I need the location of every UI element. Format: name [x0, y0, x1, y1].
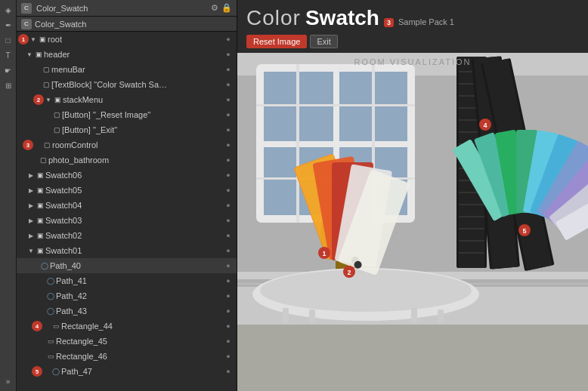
panel-lock-icon[interactable]: 🔒 [221, 3, 232, 13]
icon-stackmenu: ▣ [52, 94, 63, 105]
label-rect46: Rectangle_46 [56, 352, 223, 361]
app-header: Color Swatch 3 Sample Pack 1 [237, 0, 588, 33]
eye-swatch01[interactable]: ● [223, 245, 234, 256]
arrow-swatch05: ▶ [27, 186, 35, 194]
toolbar-shape-icon[interactable]: □ [2, 33, 15, 47]
eye-path42[interactable]: ● [223, 291, 234, 301]
svg-rect-10 [296, 64, 299, 223]
tree-item-swatch01[interactable]: ▼ ▣ Swatch01 ● [17, 243, 237, 258]
reset-image-button[interactable]: Reset Image [246, 35, 307, 48]
tree-item-btn-reset[interactable]: ▢ [Button] "_Reset Image" ● [17, 107, 237, 122]
tree-item-menubar[interactable]: ▢ menuBar ● [17, 62, 237, 77]
badge-4: 4 [32, 321, 42, 331]
tree-item-stackmenu[interactable]: 2 ▼ ▣ stackMenu ● [17, 92, 237, 107]
tree-item-photo[interactable]: ▢ photo_bathroom ● [17, 152, 237, 168]
svg-point-42 [260, 269, 472, 312]
eye-swatch03[interactable]: ● [223, 215, 234, 226]
tree-item-path40[interactable]: ◯ Path_40 ● [17, 258, 237, 273]
eye-swatch06[interactable]: ● [223, 170, 234, 180]
panel-title: Color_Swatch [36, 4, 88, 13]
label-root: root [48, 35, 223, 44]
eye-path43[interactable]: ● [223, 306, 234, 316]
label-textblock: [TextBlock] "Color Swatch Sa… [51, 80, 223, 89]
eye-photo[interactable]: ● [223, 155, 234, 165]
label-path40: Path_40 [50, 261, 223, 270]
eye-stackmenu[interactable]: ● [223, 94, 234, 105]
tree-item-rect46[interactable]: ▭ Rectangle_46 ● [17, 349, 237, 364]
tree-item-swatch06[interactable]: ▶ ▣ Swatch06 ● [17, 168, 237, 183]
tree-item-rect45[interactable]: ▭ Rectangle_45 ● [17, 334, 237, 349]
eye-path41[interactable]: ● [223, 276, 234, 286]
eye-menubar[interactable]: ● [223, 64, 234, 75]
label-path42: Path_42 [56, 291, 223, 300]
label-menubar: menuBar [51, 65, 223, 74]
exit-button[interactable]: Exit [310, 35, 337, 48]
svg-rect-44 [309, 309, 315, 323]
icon-swatch04: ▣ [35, 200, 45, 211]
tree-item-root[interactable]: 1 ▼ ▣ root ● [17, 32, 237, 47]
tree-item-path47[interactable]: 5 ◯ Path_47 ● [17, 364, 237, 379]
arrow-header: ▼ [26, 51, 33, 58]
eye-rect45[interactable]: ● [223, 336, 234, 346]
icon-swatch05: ▣ [35, 185, 45, 196]
icon-swatch01: ▣ [35, 245, 45, 256]
arrow-swatch02: ▶ [27, 232, 35, 239]
tree-item-textblock[interactable]: ▢ [TextBlock] "Color Swatch Sa… ● [17, 77, 237, 92]
eye-btn-reset[interactable]: ● [223, 109, 234, 120]
tree-item-swatch04[interactable]: ▶ ▣ Swatch04 ● [17, 198, 237, 213]
icon-path41: ◯ [45, 276, 56, 286]
badge-3: 3 [23, 140, 33, 150]
eye-swatch04[interactable]: ● [223, 200, 234, 211]
tree-item-swatch03[interactable]: ▶ ▣ Swatch03 ● [17, 213, 237, 228]
toolbar-text-icon[interactable]: T [2, 48, 15, 62]
tree-item-rect44[interactable]: 4 ▭ Rectangle_44 ● [17, 319, 237, 334]
panel-search-icon[interactable]: ⚙ [211, 3, 218, 13]
toolbar-view-icon[interactable]: ⊞ [2, 79, 15, 92]
label-btn-reset: [Button] "_Reset Image" [62, 110, 223, 119]
eye-rect46[interactable]: ● [223, 351, 234, 362]
label-path43: Path_43 [56, 306, 223, 316]
tree-item-path43[interactable]: ◯ Path_43 ● [17, 303, 237, 319]
arrow-swatch06: ▶ [27, 171, 35, 179]
eye-swatch02[interactable]: ● [223, 230, 234, 241]
tree-item-path41[interactable]: ◯ Path_41 ● [17, 273, 237, 288]
tree-item-swatch05[interactable]: ▶ ▣ Swatch05 ● [17, 183, 237, 198]
eye-path47[interactable]: ● [223, 366, 234, 377]
eye-swatch05[interactable]: ● [223, 185, 234, 196]
svg-rect-2 [237, 317, 588, 391]
eye-path40[interactable]: ● [223, 260, 234, 271]
eye-textblock[interactable]: ● [223, 79, 234, 90]
toolbar-pen-icon[interactable]: ✒ [2, 18, 15, 32]
left-toolbar: ◈ ✒ □ T ☛ ⊞ » [0, 0, 17, 391]
tree-item-path42[interactable]: ◯ Path_42 ● [17, 288, 237, 303]
toolbar-select-icon[interactable]: ◈ [2, 3, 15, 17]
icon-swatch03: ▣ [35, 215, 45, 226]
layer-panel: C Color_Swatch ⚙ 🔒 C Color_Swatch 1 ▼ ▣ … [17, 0, 237, 391]
arrow-btn-exit [44, 126, 51, 134]
eye-rect44[interactable]: ● [223, 321, 234, 331]
icon-header: ▣ [33, 49, 44, 60]
tree-item-roomcontrol[interactable]: 3 ▢ roomControl ● [17, 137, 237, 152]
app-subtitle: Sample Pack 1 [398, 17, 454, 26]
eye-header[interactable]: ● [223, 49, 234, 60]
arrow-photo [30, 156, 38, 164]
arrow-rect46 [38, 353, 45, 360]
label-roomcontrol: roomControl [52, 140, 223, 149]
tree-item-swatch02[interactable]: ▶ ▣ Swatch02 ● [17, 228, 237, 243]
icon-roomcontrol: ▢ [42, 140, 52, 150]
main-panel: C Color_Swatch ⚙ 🔒 C Color_Swatch 1 ▼ ▣ … [17, 0, 588, 391]
arrow-path41 [38, 277, 45, 285]
tree-item-btn-exit[interactable]: ▢ [Button] "_Exit" ● [17, 122, 237, 137]
room-viz-label: ROOM VISUALIZATION [237, 57, 588, 66]
toolbar-hand-icon[interactable]: ☛ [2, 63, 15, 77]
label-swatch06: Swatch06 [45, 171, 223, 180]
icon-btn-reset: ▢ [51, 109, 62, 120]
toolbar-more-icon[interactable]: » [2, 374, 15, 388]
eye-roomcontrol[interactable]: ● [223, 140, 234, 150]
label-path47: Path_47 [61, 367, 223, 376]
arrow-swatch01: ▼ [27, 247, 35, 254]
icon-photo: ▢ [38, 155, 48, 165]
eye-root[interactable]: ● [223, 34, 234, 45]
eye-btn-exit[interactable]: ● [223, 125, 234, 135]
tree-item-header[interactable]: ▼ ▣ header ● [17, 47, 237, 62]
